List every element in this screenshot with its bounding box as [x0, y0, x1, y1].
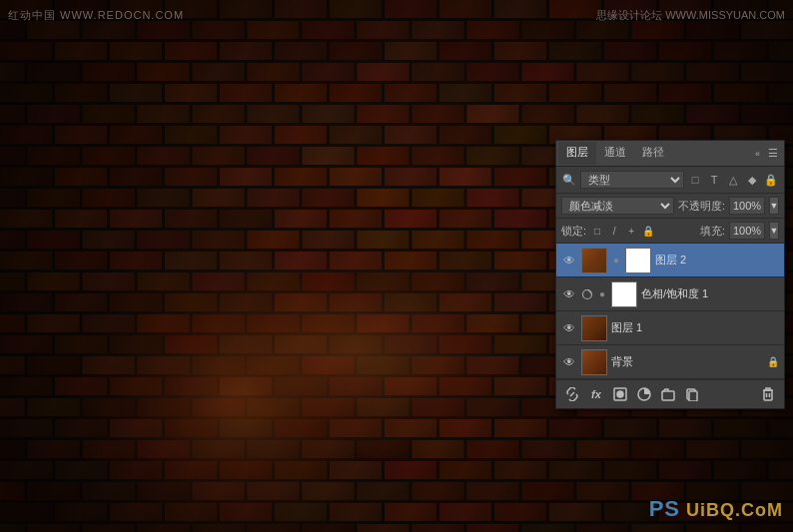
add-mask-button[interactable] — [610, 384, 630, 404]
svg-point-2 — [617, 391, 623, 397]
lock-paint-icon[interactable]: / — [607, 224, 621, 238]
lock-position-icon[interactable]: + — [624, 224, 638, 238]
layer-bg-visibility[interactable]: 👁 — [561, 354, 577, 370]
filter-text-icon[interactable]: T — [706, 172, 722, 188]
filter-lock-icon[interactable]: 🔒 — [763, 172, 779, 188]
new-group-button[interactable] — [658, 384, 678, 404]
layer-2-mask-thumbnail — [625, 248, 651, 273]
lock-transparent-icon[interactable]: □ — [590, 224, 604, 238]
filter-row: 🔍 类型 □ T △ ◆ 🔒 — [556, 167, 784, 194]
new-layer-button[interactable] — [682, 384, 702, 404]
layer-hue-adjustment-icon — [581, 286, 593, 302]
layer-hue-name: 色相/饱和度 1 — [641, 286, 779, 301]
layer-item-2[interactable]: 👁 ● 图层 2 — [556, 244, 784, 277]
lock-icons-group: □ / + 🔒 — [590, 224, 655, 238]
filter-adjustment-icon[interactable]: ◆ — [744, 172, 760, 188]
layer-1-name: 图层 1 — [611, 320, 779, 335]
layer-1-visibility[interactable]: 👁 — [561, 320, 577, 336]
svg-rect-6 — [689, 391, 697, 401]
tab-channels[interactable]: 通道 — [596, 142, 634, 165]
panel-bottom-toolbar: fx — [556, 379, 784, 408]
layer-2-thumbnail — [581, 248, 607, 273]
layer-hue-mask-thumbnail — [611, 281, 637, 307]
opacity-input[interactable] — [729, 197, 765, 215]
blend-opacity-row: 颜色减淡 不透明度: ▼ — [556, 194, 784, 219]
tab-layers[interactable]: 图层 — [558, 142, 596, 165]
lock-fill-row: 锁定: □ / + 🔒 填充: ▼ — [556, 219, 784, 244]
opacity-label: 不透明度: — [678, 199, 725, 214]
panel-header-row: 图层 通道 路径 « ☰ — [556, 141, 784, 167]
layer-2-visibility[interactable]: 👁 — [561, 253, 577, 268]
watermark-site: UiBQ.CoM — [686, 500, 783, 520]
watermark-left: 红动中国 WWW.REDOCN.COM — [8, 8, 184, 23]
layer-style-button[interactable]: fx — [586, 384, 606, 404]
layer-bg-name: 背景 — [611, 354, 763, 369]
layer-item-1[interactable]: 👁 图层 1 — [556, 311, 784, 345]
lock-all-icon[interactable]: 🔒 — [641, 224, 655, 238]
lock-label: 锁定: — [561, 224, 586, 239]
layer-2-chain: ● — [611, 255, 621, 266]
filter-icons: □ T △ ◆ 🔒 — [687, 172, 779, 188]
watermark-bottom-right: PS UiBQ.CoM — [649, 496, 783, 522]
link-layers-button[interactable] — [562, 384, 582, 404]
svg-rect-7 — [764, 390, 772, 400]
panel-menu-button[interactable]: ☰ — [764, 147, 782, 160]
fill-label: 填充: — [700, 224, 725, 239]
layer-1-thumbnail — [581, 315, 607, 341]
layer-bg-thumbnail — [581, 349, 607, 375]
layers-panel: 图层 通道 路径 « ☰ 🔍 类型 □ T △ ◆ 🔒 颜色减淡 不透明度: ▼… — [555, 140, 785, 409]
layer-item-background[interactable]: 👁 背景 🔒 — [556, 345, 784, 379]
filter-pixel-icon[interactable]: □ — [687, 172, 703, 188]
layer-item-huesaturation[interactable]: 👁 ● 色相/饱和度 1 — [556, 277, 784, 311]
layer-hue-chain: ● — [597, 288, 607, 299]
filter-icon[interactable]: 🔍 — [561, 172, 577, 188]
adjustment-layer-button[interactable] — [634, 384, 654, 404]
layer-hue-visibility[interactable]: 👁 — [561, 286, 577, 302]
panel-collapse-button[interactable]: « — [751, 149, 764, 159]
layer-bg-lock-icon: 🔒 — [767, 356, 779, 368]
watermark-right: 思缘设计论坛 WWW.MISSYUAN.COM — [596, 8, 785, 23]
filter-shape-icon[interactable]: △ — [725, 172, 741, 188]
fill-input[interactable] — [729, 222, 765, 240]
tab-paths[interactable]: 路径 — [634, 142, 672, 165]
svg-rect-4 — [662, 391, 674, 400]
opacity-dropdown-arrow[interactable]: ▼ — [769, 197, 779, 215]
layer-2-name: 图层 2 — [655, 253, 779, 267]
delete-layer-button[interactable] — [758, 384, 778, 404]
blend-mode-select[interactable]: 颜色减淡 — [561, 197, 674, 215]
filter-type-select[interactable]: 类型 — [580, 171, 684, 189]
fill-dropdown-arrow[interactable]: ▼ — [769, 222, 779, 240]
